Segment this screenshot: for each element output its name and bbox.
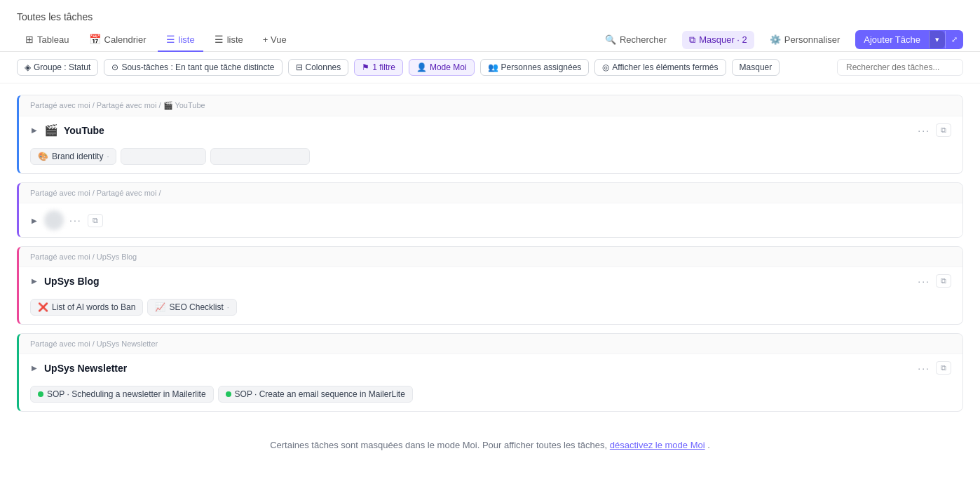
assignees-icon: 👥 [488, 62, 498, 72]
filter-personnes-assignees[interactable]: 👥 Personnes assignées [480, 59, 590, 76]
task-sop-create-email[interactable]: SOP · Create an email sequence in Mailer… [218, 386, 413, 403]
group-youtube-more[interactable]: ··· [918, 125, 930, 136]
task-list-ai-label: List of AI words to Ban [52, 302, 135, 312]
user-icon: 👤 [416, 62, 427, 72]
group-blurred-collapse[interactable]: ⧉ [88, 214, 103, 227]
filter-afficher-elements[interactable]: ◎ Afficher les éléments fermés [594, 59, 726, 76]
group-upsys-blog-more[interactable]: ··· [918, 276, 930, 287]
rechercher-button[interactable]: 🔍 Rechercher [598, 31, 674, 48]
group-upsys-newsletter-expand[interactable]: ▶ [30, 363, 39, 373]
task-list-ai-words[interactable]: ❌ List of AI words to Ban [30, 299, 143, 316]
task-seo-emoji: 📈 [155, 302, 165, 312]
colonnes-icon: ⊟ [296, 62, 303, 72]
task-brand-identity-emoji: 🎨 [38, 152, 48, 161]
filter-colonnes-label: Colonnes [306, 62, 341, 72]
group-blurred-expand[interactable]: ▶ [30, 215, 39, 226]
filter-icon: ⚑ [362, 62, 369, 72]
filter-filtre[interactable]: ⚑ 1 filtre [354, 59, 403, 76]
task-sop-scheduling-dot [38, 391, 43, 397]
group-upsys-blog-header: ▶ UpSys Blog ··· ⧉ [19, 267, 962, 295]
liste2-icon: ☰ [215, 34, 224, 45]
task-seo-checklist[interactable]: 📈 SEO Checklist · [147, 299, 236, 316]
search-tasks-input[interactable] [837, 59, 963, 76]
group-upsys-newsletter: Partagé avec moi / UpSys Newsletter ▶ Up… [17, 333, 963, 412]
filter-mode-moi[interactable]: 👤 Mode Moi [409, 59, 475, 76]
footer-message-end: . [707, 440, 710, 450]
group-upsys-newsletter-collapse[interactable]: ⧉ [936, 361, 951, 375]
masquer-button[interactable]: ⧉ Masquer · 2 [682, 31, 754, 49]
tab-calendrier-label: Calendrier [104, 34, 147, 45]
groupe-icon: ◈ [25, 62, 31, 72]
group-upsys-blog: Partagé avec moi / UpSys Blog ▶ UpSys Bl… [17, 246, 963, 325]
group-youtube-tasks: 🎨 Brand identity · [19, 144, 962, 173]
footer-note: Certaines tâches sont masquées dans le m… [0, 423, 980, 467]
filter-afficher-elements-label: Afficher les éléments fermés [612, 62, 718, 72]
page-title: Toutes les tâches [0, 0, 980, 22]
filter-filtre-label: 1 filtre [372, 62, 395, 72]
filter-mode-moi-label: Mode Moi [430, 62, 467, 72]
group-blurred-header: ▶ ··· ⧉ [19, 203, 962, 237]
group-upsys-newsletter-header: ▶ UpSys Newsletter ··· ⧉ [19, 354, 962, 382]
filter-groupe[interactable]: ◈ Groupe : Statut [17, 59, 98, 76]
group-upsys-blog-tasks: ❌ List of AI words to Ban 📈 SEO Checklis… [19, 295, 962, 324]
personnaliser-label: Personnaliser [784, 34, 841, 45]
tab-calendrier[interactable]: 📅 Calendrier [81, 28, 155, 52]
filter-sous-taches[interactable]: ⊙ Sous-tâches : En tant que tâche distin… [104, 59, 282, 76]
liste1-icon: ☰ [166, 34, 175, 45]
tab-liste1[interactable]: ☰ liste [158, 28, 203, 52]
task-sop-scheduling[interactable]: SOP · Scheduling a newsletter in Mailerl… [30, 386, 214, 403]
group-upsys-newsletter-breadcrumb: Partagé avec moi / UpSys Newsletter [19, 334, 962, 354]
tab-vue[interactable]: + Vue [254, 29, 295, 52]
tab-liste2-label: liste [227, 34, 243, 45]
filter-sous-taches-label: Sous-tâches : En tant que tâche distinct… [121, 62, 274, 72]
task-sop-scheduling-label: SOP · Scheduling a newsletter in Mailerl… [47, 389, 206, 399]
tab-tableau[interactable]: ⊞ Tableau [17, 28, 78, 52]
gear-icon: ⚙️ [770, 34, 781, 45]
group-blurred-more[interactable]: ··· [69, 215, 82, 226]
masquer-label: Masquer · 2 [699, 34, 747, 45]
tab-tableau-label: Tableau [37, 34, 69, 45]
group-blurred-breadcrumb: Partagé avec moi / Partagé avec moi / [19, 183, 962, 203]
task-brand-identity[interactable]: 🎨 Brand identity · [30, 148, 116, 165]
task-seo-dot: · [227, 303, 229, 311]
group-upsys-newsletter-title: UpSys Newsletter [44, 363, 912, 374]
task-placeholder-2[interactable] [210, 148, 310, 165]
tableau-icon: ⊞ [25, 34, 34, 45]
placeholder-bar-2 [218, 152, 302, 161]
group-youtube: Partagé avec moi / Partagé avec moi / 🎬 … [17, 95, 963, 174]
filter-colonnes[interactable]: ⊟ Colonnes [288, 59, 349, 76]
group-youtube-collapse[interactable]: ⧉ [936, 123, 951, 137]
group-upsys-blog-breadcrumb: Partagé avec moi / UpSys Blog [19, 247, 962, 267]
footer-link[interactable]: désactivez le mode Moi [610, 440, 705, 450]
task-placeholder-1[interactable] [121, 148, 206, 165]
sous-taches-icon: ⊙ [111, 62, 118, 72]
calendrier-icon: 📅 [89, 34, 101, 45]
task-brand-identity-dot: · [107, 152, 109, 161]
personnaliser-button[interactable]: ⚙️ Personnaliser [763, 31, 848, 48]
tab-liste2[interactable]: ☰ liste [206, 28, 252, 52]
group-upsys-blog-collapse[interactable]: ⧉ [936, 274, 951, 288]
filter-masquer[interactable]: Masquer [732, 59, 780, 76]
masquer-icon: ⧉ [689, 34, 695, 46]
tab-liste1-label: liste [179, 34, 195, 45]
group-youtube-expand[interactable]: ▶ [30, 125, 39, 135]
tabs-left: ⊞ Tableau 📅 Calendrier ☰ liste ☰ liste +… [17, 28, 295, 51]
group-upsys-newsletter-more[interactable]: ··· [918, 363, 930, 374]
tab-vue-label: + Vue [263, 34, 287, 45]
task-list-ai-emoji: ❌ [38, 302, 48, 312]
expand-icon[interactable]: ⤢ [945, 31, 963, 48]
filter-groupe-label: Groupe : Statut [34, 62, 90, 72]
ajouter-tache-dropdown[interactable]: ▾ [929, 31, 945, 48]
footer-message: Certaines tâches sont masquées dans le m… [270, 440, 607, 450]
group-blurred: Partagé avec moi / Partagé avec moi / ▶ … [17, 182, 963, 238]
filters-bar: ◈ Groupe : Statut ⊙ Sous-tâches : En tan… [0, 52, 980, 83]
ajouter-tache-button[interactable]: Ajouter Tâche [855, 30, 929, 49]
group-youtube-title: YouTube [64, 125, 912, 136]
filter-personnes-assignees-label: Personnes assignées [501, 62, 582, 72]
placeholder-bar-1 [128, 152, 198, 161]
group-upsys-blog-title: UpSys Blog [44, 276, 912, 287]
tabs-bar: ⊞ Tableau 📅 Calendrier ☰ liste ☰ liste +… [0, 22, 980, 52]
group-upsys-blog-expand[interactable]: ▶ [30, 276, 39, 286]
task-sop-create-email-dot [226, 391, 231, 397]
afficher-icon: ◎ [602, 62, 609, 72]
